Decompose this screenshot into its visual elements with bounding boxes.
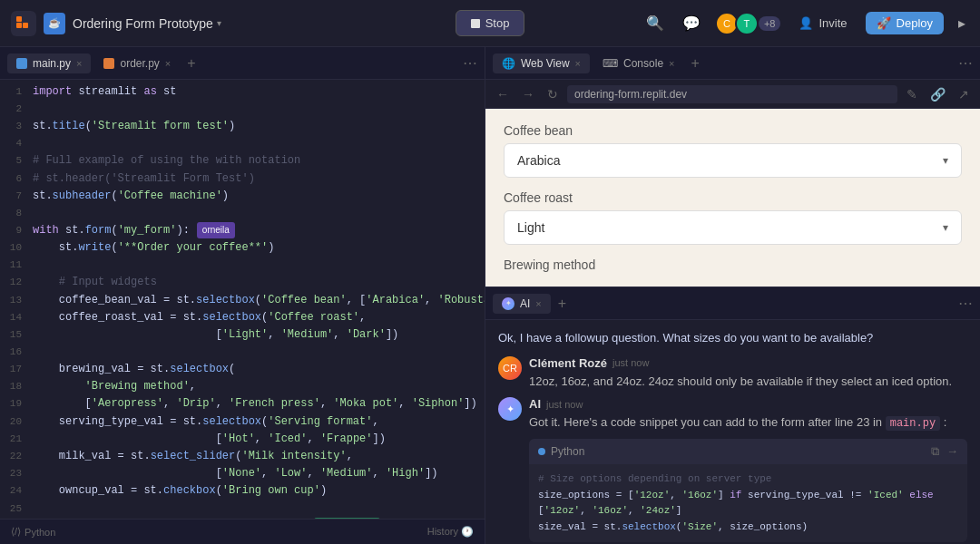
- ai-initial-message: Ok, I have a followup question. What siz…: [498, 329, 967, 347]
- back-button[interactable]: ←: [493, 85, 513, 103]
- add-tab-button[interactable]: +: [183, 52, 199, 75]
- user-message-row: CR Clément Rozé just now 12oz, 16oz, and…: [498, 356, 967, 391]
- code-panel: main.py × order.py × + ⋯ 1 import stream…: [0, 47, 485, 544]
- code-line-25: 25: [0, 500, 485, 518]
- topbar-left: ☕ Ordering Form Prototype ▾: [11, 11, 448, 36]
- svg-rect-0: [16, 16, 22, 22]
- webview-more-icon[interactable]: ⋯: [958, 54, 973, 72]
- code-line-11: 11: [0, 257, 485, 274]
- editor-tabs: main.py × order.py × + ⋯: [0, 47, 485, 80]
- brewing-method-label: Brewing method: [504, 257, 962, 272]
- coffee-roast-group: Coffee roast Light ▾: [504, 190, 962, 245]
- snippet-line-4: size_val = st.selectbox('Size', size_opt…: [538, 520, 958, 536]
- link-icon[interactable]: 🔗: [926, 85, 949, 103]
- ai-more-icon[interactable]: ⋯: [958, 295, 973, 312]
- main-layout: main.py × order.py × + ⋯ 1 import stream…: [0, 47, 980, 544]
- code-line-16: 16: [0, 344, 485, 361]
- invite-button[interactable]: 👤 Invite: [791, 13, 854, 34]
- stop-button[interactable]: Stop: [456, 10, 525, 36]
- webview-panel: 🌐 Web View × ⌨ Console × + ⋯ ← → ↻ order…: [485, 47, 980, 287]
- coffee-bean-select[interactable]: Arabica ▾: [504, 143, 962, 178]
- code-line-20: 20 serving_type_val = st.selectbox('Serv…: [0, 413, 485, 431]
- snippet-header-left: Python: [538, 445, 584, 458]
- snippet-header: Python ⧉ →: [529, 439, 967, 464]
- ai-message-time: just now: [546, 399, 583, 410]
- code-line-1: 1 import streamlit as st: [0, 83, 485, 101]
- add-ai-tab[interactable]: +: [554, 292, 570, 316]
- svg-rect-2: [23, 23, 28, 28]
- right-panel: 🌐 Web View × ⌨ Console × + ⋯ ← → ↻ order…: [485, 47, 980, 544]
- code-line-2: 2: [0, 101, 485, 118]
- code-editor[interactable]: 1 import streamlit as st 2 3 st.title('S…: [0, 80, 485, 519]
- code-line-13: 13 coffee_bean_val = st.selectbox('Coffe…: [0, 292, 485, 309]
- ai-icon: ✦: [502, 297, 514, 310]
- clock-icon: 🕐: [461, 526, 474, 537]
- terminal-icon: ⌨: [603, 57, 618, 70]
- chat-icon[interactable]: 💬: [679, 11, 704, 35]
- code-line-17: 17 brewing_val = st.selectbox(: [0, 361, 485, 378]
- python-dot: [538, 448, 545, 455]
- code-line-7: 7 st.subheader('Coffee machine'): [0, 188, 485, 205]
- inline-code-ref: main.py: [886, 416, 940, 431]
- avatar-count-badge: +8: [759, 16, 781, 31]
- ai-message-row: ✦ AI just now Got it. Here's a code snip…: [498, 397, 967, 542]
- py-icon: [16, 58, 27, 69]
- py-icon2: [103, 58, 114, 69]
- code-line-23: 23 ['None', 'Low', 'Medium', 'High']): [0, 465, 485, 482]
- add-webview-tab[interactable]: +: [688, 52, 703, 75]
- tabs-more-icon[interactable]: ⋯: [463, 54, 477, 72]
- snippet-body: # Size options depending on server type …: [529, 464, 967, 542]
- tab-webview[interactable]: 🌐 Web View ×: [493, 53, 590, 73]
- snippet-line-1: # Size options depending on server type: [538, 471, 958, 488]
- tab-close-console[interactable]: ×: [669, 58, 674, 69]
- tab-ai[interactable]: ✦ AI ×: [493, 294, 551, 314]
- project-title[interactable]: Ordering Form Prototype ▾: [73, 16, 221, 31]
- webview-content: Coffee bean Arabica ▾ Coffee roast Light…: [485, 109, 980, 287]
- edit-icon[interactable]: ✎: [903, 85, 921, 103]
- code-line-21: 21 ['Hot', 'Iced', 'Frappe']): [0, 431, 485, 448]
- replit-icon[interactable]: [11, 11, 36, 36]
- code-line-19: 19 ['Aeropress', 'Drip', 'French press',…: [0, 395, 485, 413]
- refresh-button[interactable]: ↻: [544, 85, 562, 103]
- user-avatar: CR: [498, 356, 522, 380]
- globe-icon: 🌐: [502, 57, 515, 70]
- history-button[interactable]: History 🕐: [427, 526, 474, 538]
- tab-console[interactable]: ⌨ Console ×: [593, 53, 683, 73]
- coffee-roast-select[interactable]: Light ▾: [504, 210, 962, 245]
- search-icon[interactable]: 🔍: [642, 11, 668, 35]
- tab-main-py[interactable]: main.py ×: [7, 53, 91, 73]
- code-snippet: Python ⧉ → # Size options depending on s…: [529, 439, 967, 542]
- user-message-time: just now: [612, 357, 649, 368]
- copy-icon[interactable]: ⧉: [931, 444, 939, 459]
- url-bar[interactable]: ordering-form.replit.dev: [567, 85, 897, 103]
- snippet-line-2: size_options = ['12oz', '16oz'] if servi…: [538, 488, 958, 504]
- open-external-icon[interactable]: ↗: [955, 85, 973, 103]
- user-message-text: 12oz, 16oz, and 24oz. 24oz should only b…: [529, 373, 967, 391]
- code-line-4: 4: [0, 135, 485, 152]
- python-icon: ⟨/⟩: [11, 526, 21, 538]
- more-icon[interactable]: ▸: [955, 11, 969, 35]
- tab-close-ai[interactable]: ×: [535, 298, 541, 309]
- tab-close-icon[interactable]: ×: [76, 58, 82, 69]
- insert-icon[interactable]: →: [946, 444, 958, 459]
- code-line-6: 6 # st.header('Streamlit Form Test'): [0, 170, 485, 188]
- ai-message-header: AI just now: [529, 397, 967, 411]
- forward-button[interactable]: →: [518, 85, 538, 103]
- chevron-down-icon2: ▾: [943, 221, 948, 234]
- stop-icon: [471, 19, 480, 28]
- topbar: ☕ Ordering Form Prototype ▾ Stop 🔍 💬 C T…: [0, 0, 980, 47]
- code-line-22: 22 milk_val = st.select_slider('Milk int…: [0, 448, 485, 465]
- snippet-line-3: ['12oz', '16oz', '24oz']: [538, 503, 958, 520]
- tab-close-webview[interactable]: ×: [575, 58, 581, 69]
- language-indicator: ⟨/⟩ Python: [11, 526, 55, 538]
- code-line-9: 9 with st.form('my_form'):orneila: [0, 222, 485, 239]
- ai-avatar: ✦: [498, 397, 522, 421]
- chevron-down-icon: ▾: [217, 18, 221, 28]
- snippet-actions: ⧉ →: [931, 444, 958, 459]
- topbar-right: 🔍 💬 C T +8 👤 Invite 🚀 Deploy ▸: [532, 11, 969, 35]
- deploy-icon: 🚀: [877, 16, 891, 30]
- tab-close-icon2[interactable]: ×: [165, 58, 171, 69]
- topbar-center: Stop: [456, 10, 525, 36]
- deploy-button[interactable]: 🚀 Deploy: [866, 12, 944, 34]
- tab-order-py[interactable]: order.py ×: [94, 53, 180, 73]
